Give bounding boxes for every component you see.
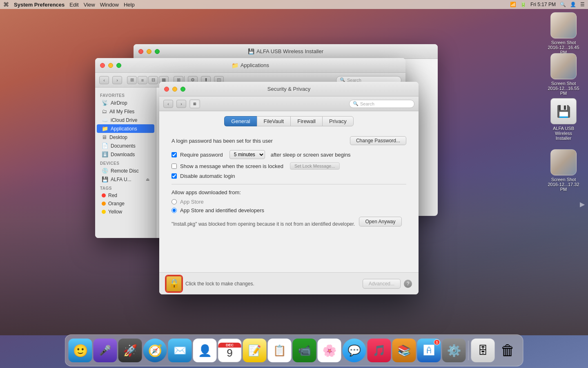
advanced-button[interactable]: Advanced... — [363, 279, 401, 289]
security-minimize-button[interactable] — [172, 87, 177, 92]
sidebar-item-icloud-drive[interactable]: ☁️ iCloud Drive — [97, 116, 154, 124]
dock-item-music[interactable]: 🎵 — [368, 339, 391, 362]
dock-item-siri[interactable]: 🎤 — [94, 339, 117, 362]
wifi-icon[interactable]: 📶 — [510, 2, 516, 7]
desktop-icon-screenshot-2[interactable]: Screen Shot2016-12...16.55 PM — [547, 53, 580, 96]
sidebar-tag-orange[interactable]: Orange — [97, 200, 154, 208]
desktop-icon-sidebar: 🖥 — [102, 134, 107, 140]
scroll-arrow-right[interactable]: ▶ — [580, 200, 585, 208]
dock-item-launchpad[interactable]: 🚀 — [118, 339, 142, 362]
sidebar-item-downloads[interactable]: ⬇️ Downloads — [97, 150, 154, 159]
tab-privacy[interactable]: Privacy — [322, 116, 354, 126]
security-search[interactable]: 🔍 Search — [349, 100, 414, 108]
icon-view-button[interactable]: ⊞ — [127, 76, 137, 84]
security-tabs: General FileVault Firewall Privacy — [159, 111, 419, 130]
back-button[interactable]: ‹ — [99, 76, 109, 84]
app-name[interactable]: System Preferences — [14, 2, 65, 8]
appstore-icon: 🅰 — [424, 344, 434, 357]
clock: Fri 5:17 PM — [530, 2, 556, 7]
sidebar-item-alfa[interactable]: 💾 ALFA U... ⏏ — [97, 175, 154, 184]
dock-item-facetime[interactable]: 📹 — [293, 339, 316, 362]
reminders-icon: 📋 — [273, 344, 286, 357]
app-store-radio[interactable] — [172, 199, 177, 204]
sidebar-item-documents[interactable]: 📄 Documents — [97, 141, 154, 150]
alfa-close-button[interactable] — [138, 49, 143, 54]
alfa-minimize-button[interactable] — [147, 49, 151, 54]
dock-item-system-preferences[interactable]: ⚙️ — [442, 339, 466, 362]
desktop-icon-screenshot-3[interactable]: Screen Shot2016-12...17.32 PM — [547, 149, 580, 192]
sidebar-tag-red[interactable]: Red — [97, 191, 154, 200]
dock-item-safari[interactable]: 🧭 — [143, 339, 167, 362]
help-button[interactable]: ? — [404, 280, 412, 288]
notes-icon: 📝 — [248, 344, 261, 357]
applications-label: Applications — [111, 126, 137, 132]
dock-item-appstore[interactable]: 🅰 1 — [417, 339, 441, 362]
desktop-icon-label-3: ALFA USBWireless Installer — [547, 126, 580, 141]
security-forward-button[interactable]: › — [176, 100, 186, 108]
dock-item-calendar[interactable]: DEC 9 — [218, 339, 242, 362]
tab-general[interactable]: General — [224, 116, 256, 126]
notification-icon[interactable]: ☰ — [580, 2, 585, 7]
list-view-button[interactable]: ≡ — [138, 76, 147, 84]
change-password-button[interactable]: Change Password... — [350, 136, 406, 145]
dock-item-notes[interactable]: 📝 — [243, 339, 267, 362]
remote-disc-label: Remote Disc — [111, 168, 139, 174]
dock-item-contacts[interactable]: 👤 — [193, 339, 217, 362]
dock-item-mail[interactable]: ✉️ — [168, 339, 192, 362]
screenshot-thumbnail-1 — [550, 12, 577, 38]
column-view-button[interactable]: ⊟ — [148, 76, 158, 84]
grid-toggle-button[interactable]: ⊞ — [191, 101, 199, 107]
tab-firewall[interactable]: Firewall — [290, 116, 322, 126]
finder-minimize-button[interactable] — [108, 63, 113, 68]
view-toggle: ⊞ — [189, 99, 200, 108]
app-store-developers-radio[interactable] — [172, 208, 177, 213]
tags-label: Tags — [95, 184, 156, 191]
dock-item-trash[interactable]: 🗑 — [496, 339, 520, 362]
user-icon[interactable]: 👤 — [570, 2, 576, 7]
set-lock-message-button: Set Lock Message... — [290, 162, 340, 170]
apple-menu[interactable]: ⌘ — [3, 1, 9, 8]
music-icon: 🎵 — [373, 344, 386, 357]
security-close-button[interactable] — [164, 87, 169, 92]
require-password-checkbox[interactable] — [172, 152, 177, 157]
password-time-dropdown[interactable]: 5 minutes — [229, 150, 265, 159]
dock-item-reminders[interactable]: 📋 — [268, 339, 292, 362]
sidebar-item-desktop[interactable]: 🖥 Desktop — [97, 133, 154, 141]
view-menu[interactable]: View — [84, 2, 95, 8]
eject-icon[interactable]: ⏏ — [146, 177, 149, 182]
finder-close-button[interactable] — [100, 63, 105, 68]
security-maximize-button[interactable] — [180, 87, 185, 92]
spotlight-icon[interactable]: 🔍 — [560, 2, 566, 7]
show-message-checkbox[interactable] — [172, 164, 177, 169]
blocked-message-text: "Install.pkg" was blocked from opening b… — [172, 221, 355, 228]
alfa-maximize-button[interactable] — [155, 49, 160, 54]
sidebar-tag-yellow[interactable]: Yellow — [97, 208, 154, 216]
finder-maximize-button[interactable] — [116, 63, 121, 68]
dock-item-photos[interactable]: 🌸 — [318, 339, 341, 362]
sidebar-item-airdrop[interactable]: 📡 AirDrop — [97, 99, 154, 107]
security-toolbar: ‹ › ⊞ 🔍 Search — [159, 96, 419, 111]
disable-autologin-row: Disable automatic login — [172, 173, 406, 179]
menubar-right: 📶 🔋 Fri 5:17 PM 🔍 👤 ☰ — [510, 2, 585, 7]
sidebar-item-applications[interactable]: 📁 Applications — [97, 124, 154, 133]
desktop-icon-alfa[interactable]: 💾 ALFA USBWireless Installer — [547, 98, 580, 141]
edit-menu[interactable]: Edit — [69, 2, 78, 8]
open-anyway-button[interactable]: Open Anyway — [359, 217, 401, 227]
dock-item-books[interactable]: 📚 — [392, 339, 416, 362]
orange-tag-dot — [102, 202, 106, 206]
forward-button[interactable]: › — [112, 76, 122, 84]
window-menu[interactable]: Window — [100, 2, 119, 8]
help-menu[interactable]: Help — [124, 2, 135, 8]
sidebar-item-all-my-files[interactable]: 🗂 All My Files — [97, 107, 154, 116]
disable-autologin-checkbox[interactable] — [172, 173, 177, 179]
dock-item-finder[interactable]: 🙂 — [69, 339, 92, 362]
tab-filevault[interactable]: FileVault — [257, 116, 291, 126]
password-time-select[interactable]: 5 minutes — [229, 150, 265, 159]
dock-item-installer[interactable]: 🗄 — [471, 339, 495, 362]
security-back-button[interactable]: ‹ — [163, 100, 173, 108]
lock-icon-button[interactable]: 🔒 — [166, 276, 182, 292]
dock-item-messages[interactable]: 💬 — [343, 339, 366, 362]
desktop: ⌘ System Preferences Edit View Window He… — [0, 0, 588, 368]
sidebar-item-remote-disc[interactable]: 💿 Remote Disc — [97, 166, 154, 175]
desktop-icon-screenshot-1[interactable]: Screen Shot2016-12...16.45 PM — [547, 12, 580, 55]
